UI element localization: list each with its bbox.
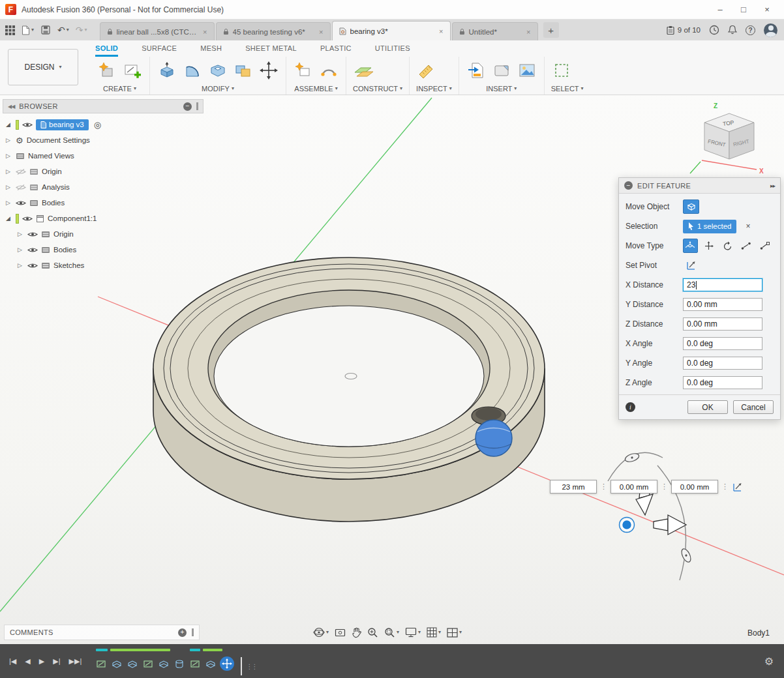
tab-close-icon[interactable]: × — [319, 28, 323, 36]
y-distance-chip[interactable]: 0.00 mm — [611, 480, 657, 494]
orbit-button[interactable]: ▾ — [313, 626, 329, 638]
collapse-all-icon[interactable]: − — [183, 102, 192, 111]
zoom-window-button[interactable]: ▾ — [384, 627, 399, 638]
timeline-feature-extrude[interactable] — [110, 656, 123, 671]
timeline-feature-extrude[interactable] — [204, 656, 217, 671]
root-component-selected[interactable]: bearing v3 — [36, 119, 89, 130]
browser-item-origin[interactable]: ▷ Origin — [4, 164, 204, 179]
tree-collapsed-icon[interactable]: ▷ — [4, 184, 12, 190]
combine-button[interactable] — [233, 59, 254, 81]
visibility-eye-icon[interactable] — [16, 199, 26, 207]
create-sketch-button[interactable] — [122, 59, 143, 81]
viewport-canvas[interactable]: Z TOP FRONT RIGHT X ◀◀ BROWSER − ◢ beari… — [0, 95, 784, 644]
user-avatar[interactable] — [764, 23, 777, 37]
move-manipulator[interactable] — [608, 452, 693, 580]
look-at-button[interactable] — [335, 628, 346, 638]
browser-item-bodies[interactable]: ▷ Bodies — [4, 195, 204, 211]
info-icon[interactable]: i — [626, 402, 635, 412]
comments-bar[interactable]: COMMENTS + — [4, 625, 200, 640]
workspace-switcher[interactable]: DESIGN ▾ — [8, 49, 78, 85]
inspect-dropdown[interactable]: INSPECT▾ — [416, 84, 452, 94]
visibility-eye-icon[interactable] — [27, 246, 38, 254]
job-status-button[interactable]: 9 of 10 — [667, 25, 701, 35]
tree-collapsed-icon[interactable]: ▷ — [16, 231, 24, 237]
model-bearing[interactable] — [153, 258, 545, 522]
move-object-type-button[interactable] — [683, 199, 699, 214]
canvas-image-button[interactable] — [517, 59, 537, 81]
browser-item-document-settings[interactable]: ▷ ⚙ Document Settings — [4, 132, 204, 148]
tree-collapsed-icon[interactable]: ▷ — [16, 262, 24, 269]
insert-dropdown[interactable]: INSERT▾ — [466, 84, 537, 94]
tab-close-icon[interactable]: × — [439, 27, 443, 35]
visibility-eye-icon[interactable] — [22, 121, 33, 128]
visibility-eye-icon[interactable] — [27, 231, 38, 238]
tab-mesh[interactable]: MESH — [200, 40, 222, 57]
y-distance-input[interactable]: 0.00 mm — [683, 298, 762, 311]
timeline-go-start-button[interactable]: |◀ — [9, 657, 16, 666]
translate-arrow-right[interactable] — [654, 515, 686, 535]
timeline-feature-move-active[interactable] — [220, 656, 234, 671]
history-button[interactable] — [709, 25, 719, 35]
doc-tab-linear-ball[interactable]: linear ball ...5x8 (CTC) v2 × — [100, 22, 215, 40]
create-form-button[interactable] — [97, 59, 117, 81]
comments-resize-handle[interactable] — [192, 628, 194, 636]
shell-button[interactable] — [207, 59, 228, 81]
display-settings-button[interactable]: ▾ — [405, 627, 421, 638]
joint-button[interactable] — [318, 59, 339, 81]
set-pivot-button[interactable] — [683, 258, 699, 273]
create-dropdown[interactable]: CREATE▾ — [97, 84, 143, 94]
x-distance-chip[interactable]: 23 mm — [550, 480, 597, 494]
timeline-feature-extrude[interactable] — [126, 656, 139, 671]
x-angle-input[interactable]: 0.0 deg — [683, 337, 762, 350]
timeline-feature-sketch[interactable] — [95, 656, 108, 671]
tab-close-icon[interactable]: × — [203, 28, 207, 36]
dialog-header[interactable]: − EDIT FEATURE ▸▸ — [619, 178, 780, 194]
x-distance-input[interactable]: 23 — [683, 278, 762, 291]
dialog-expand-icon[interactable]: ▸▸ — [770, 183, 775, 189]
doc-tab-45-bearing[interactable]: 45 bearing testing v6* × — [216, 22, 331, 40]
move-type-translate-button[interactable] — [702, 239, 717, 253]
construct-dropdown[interactable]: CONSTRUCT▾ — [353, 84, 402, 94]
timeline-play-button[interactable]: ▶ — [39, 657, 44, 666]
browser-header[interactable]: ◀◀ BROWSER − — [3, 99, 204, 113]
manipulator-origin-dot[interactable] — [622, 520, 632, 530]
modify-dropdown[interactable]: MODIFY▾ — [157, 84, 279, 94]
zoom-button[interactable] — [367, 627, 378, 638]
help-button[interactable]: ? — [746, 25, 755, 35]
timeline-step-forward-button[interactable]: ▶| — [53, 657, 60, 666]
decal-button[interactable] — [491, 59, 512, 81]
view-cube[interactable]: Z TOP FRONT RIGHT X — [689, 100, 780, 180]
z-distance-input[interactable]: 0.00 mm — [683, 317, 762, 331]
measure-button[interactable] — [416, 59, 437, 81]
tab-close-icon[interactable]: × — [526, 28, 530, 36]
selection-chip[interactable]: 1 selected — [683, 220, 736, 233]
chip-drag-handle[interactable]: ⋮ — [600, 482, 607, 491]
pan-button[interactable] — [352, 627, 361, 638]
timeline-feature-sketch[interactable] — [188, 656, 202, 671]
timeline-feature-cylinder[interactable] — [173, 656, 186, 671]
notifications-button[interactable] — [728, 25, 737, 35]
z-angle-input[interactable]: 0.0 deg — [683, 376, 762, 389]
panel-resize-handle[interactable] — [196, 102, 198, 110]
tab-sheet-metal[interactable]: SHEET METAL — [245, 40, 297, 57]
browser-item-component-sketches[interactable]: ▷ Sketches — [4, 258, 204, 273]
tree-collapsed-icon[interactable]: ▷ — [16, 246, 24, 253]
grid-snap-button[interactable]: ▾ — [427, 627, 441, 638]
browser-item-analysis[interactable]: ▷ Analysis — [4, 179, 204, 195]
visibility-eye-icon[interactable] — [22, 215, 33, 222]
clear-selection-icon[interactable]: × — [746, 222, 750, 231]
model-ball-selected[interactable] — [475, 420, 512, 456]
new-tab-button[interactable]: + — [543, 22, 559, 38]
browser-item-root[interactable]: ◢ bearing v3 ◎ — [4, 117, 204, 132]
new-component-button[interactable] — [293, 59, 314, 81]
tab-solid[interactable]: SOLID — [95, 40, 118, 57]
maximize-button[interactable]: □ — [732, 0, 755, 19]
visibility-eye-icon[interactable] — [27, 262, 38, 269]
timeline-drag-handle[interactable]: ⋮⋮ — [246, 663, 256, 670]
assemble-dropdown[interactable]: ASSEMBLE▾ — [293, 84, 339, 94]
y-angle-input[interactable]: 0.0 deg — [683, 357, 762, 370]
redo-button[interactable]: ↷ ▾ — [74, 22, 89, 38]
move-type-free-button[interactable] — [683, 239, 698, 253]
minimize-button[interactable]: – — [708, 0, 732, 19]
visibility-eye-off-icon[interactable] — [16, 184, 26, 191]
